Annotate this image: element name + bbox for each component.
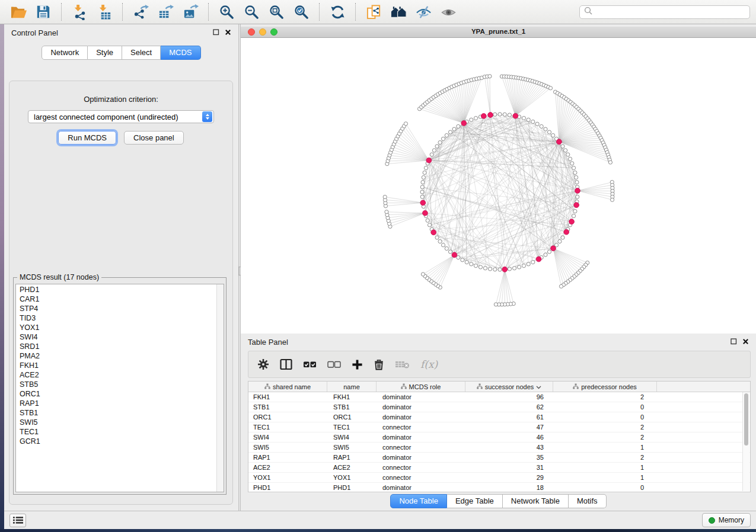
refresh-icon[interactable] — [328, 3, 346, 21]
dominator-node[interactable] — [452, 252, 457, 258]
mcds-result-list[interactable]: PHD1CAR1STP4TID3YOX1SWI4SRD1PMA2FKH1ACE2… — [15, 284, 224, 492]
network-node[interactable] — [435, 145, 439, 148]
network-canvas[interactable] — [241, 38, 756, 334]
close-panel-button[interactable]: Close panel — [124, 131, 184, 145]
save-icon[interactable] — [34, 3, 52, 21]
network-node[interactable] — [547, 250, 551, 254]
network-node[interactable] — [535, 122, 539, 126]
network-node[interactable] — [488, 75, 492, 78]
network-node[interactable] — [470, 262, 473, 266]
network-node[interactable] — [561, 145, 564, 148]
dominator-node[interactable] — [488, 113, 493, 118]
list-scrollbar[interactable] — [216, 284, 224, 492]
network-node[interactable] — [531, 260, 535, 264]
zoom-in-icon[interactable] — [218, 3, 235, 21]
column-header-predecessor-nodes[interactable]: predecessor nodes — [553, 382, 657, 392]
network-node[interactable] — [551, 133, 555, 137]
tab-select[interactable]: Select — [122, 46, 161, 60]
delete-row-icon[interactable] — [374, 358, 384, 370]
float-panel-icon[interactable] — [731, 338, 737, 347]
network-node[interactable] — [420, 185, 424, 189]
network-node[interactable] — [568, 157, 572, 161]
dominator-node[interactable] — [575, 188, 580, 194]
network-node[interactable] — [421, 180, 425, 184]
network-node[interactable] — [474, 264, 477, 267]
network-node[interactable] — [441, 243, 445, 247]
network-node[interactable] — [445, 133, 448, 137]
deselect-all-icon[interactable] — [327, 360, 341, 368]
network-node[interactable] — [422, 175, 425, 179]
dominator-node[interactable] — [461, 121, 467, 126]
network-node[interactable] — [517, 265, 521, 269]
tab-node-table[interactable]: Node Table — [390, 494, 447, 508]
network-node[interactable] — [559, 284, 563, 288]
network-node[interactable] — [435, 236, 439, 239]
network-node[interactable] — [575, 180, 579, 184]
network-node[interactable] — [494, 303, 497, 306]
tab-motifs[interactable]: Motifs — [569, 494, 607, 508]
network-node[interactable] — [572, 214, 575, 217]
network-node[interactable] — [548, 86, 552, 90]
network-node[interactable] — [483, 267, 487, 270]
zoom-fit-icon[interactable] — [267, 3, 285, 21]
network-node[interactable] — [438, 239, 442, 243]
network-node[interactable] — [540, 124, 543, 128]
table-row[interactable]: RAP1RAP1dominator352 — [248, 453, 750, 463]
table-row[interactable]: YOX1YOX1connector291 — [248, 473, 750, 483]
network-node[interactable] — [503, 113, 506, 116]
network-node[interactable] — [508, 267, 511, 271]
dominator-node[interactable] — [536, 257, 541, 262]
network-node[interactable] — [527, 262, 530, 266]
network-node[interactable] — [558, 239, 562, 243]
memory-button[interactable]: Memory — [702, 513, 751, 527]
network-node[interactable] — [512, 267, 516, 270]
network-node[interactable] — [479, 265, 482, 269]
network-node[interactable] — [566, 153, 570, 156]
table-row[interactable]: ORC1ORC1dominator610 — [248, 412, 750, 422]
zoom-out-icon[interactable] — [243, 3, 260, 21]
dominator-node[interactable] — [431, 230, 436, 235]
hide-selected-icon[interactable] — [414, 3, 432, 21]
network-node[interactable] — [493, 113, 497, 116]
table-scrollbar-thumb[interactable] — [744, 393, 748, 446]
open-file-icon[interactable] — [9, 3, 27, 21]
dominator-node[interactable] — [420, 200, 426, 206]
network-node[interactable] — [522, 116, 525, 120]
network-graph[interactable] — [241, 38, 756, 334]
network-node[interactable] — [420, 195, 424, 198]
dominator-node[interactable] — [426, 158, 432, 163]
table-row[interactable]: FKH1FKH1dominator962 — [248, 392, 750, 402]
network-node[interactable] — [448, 250, 452, 254]
network-node[interactable] — [610, 198, 614, 201]
network-node[interactable] — [430, 153, 433, 156]
network-node[interactable] — [572, 166, 575, 169]
copy-network-icon[interactable] — [365, 3, 382, 21]
network-node[interactable] — [461, 258, 464, 262]
tab-edge-table[interactable]: Edge Table — [447, 494, 503, 508]
network-node[interactable] — [423, 171, 426, 174]
network-node[interactable] — [465, 260, 468, 264]
export-network-icon[interactable] — [132, 3, 149, 21]
column-header-MCDS-role[interactable]: MCDS role — [377, 382, 465, 392]
network-node[interactable] — [575, 175, 578, 179]
column-header-successor-nodes[interactable]: successor nodes — [465, 382, 553, 392]
close-panel-icon[interactable] — [225, 28, 231, 37]
select-all-icon[interactable] — [303, 360, 317, 368]
network-node[interactable] — [445, 246, 448, 250]
network-node[interactable] — [493, 268, 497, 271]
zoom-selected-icon[interactable] — [292, 3, 310, 21]
network-node[interactable] — [498, 113, 502, 116]
dominator-node[interactable] — [481, 113, 486, 118]
network-window-titlebar[interactable]: YPA_prune.txt_1 — [241, 27, 756, 38]
task-history-button[interactable] — [9, 514, 26, 527]
add-row-icon[interactable] — [352, 359, 363, 370]
dominator-node[interactable] — [502, 267, 508, 272]
column-header-shared-name[interactable]: shared name — [248, 382, 327, 392]
search-input[interactable] — [595, 7, 745, 17]
network-node[interactable] — [508, 113, 511, 117]
network-node[interactable] — [421, 273, 425, 276]
network-node[interactable] — [452, 127, 456, 131]
table-scrollbar[interactable] — [742, 392, 749, 491]
table-row[interactable]: STB1STB1dominator620 — [248, 402, 750, 412]
network-node[interactable] — [573, 209, 577, 213]
